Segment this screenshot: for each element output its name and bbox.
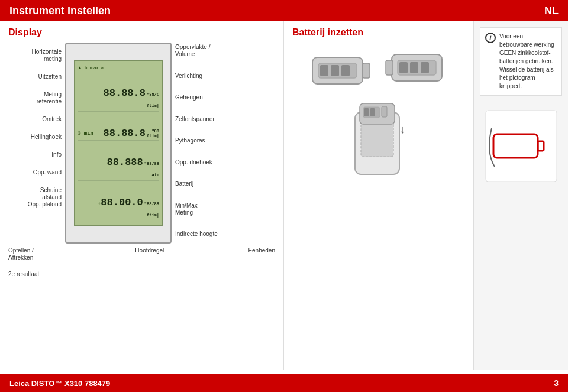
battery-row-1 bbox=[309, 48, 448, 90]
label-opp-driehoek: Opp. driehoek bbox=[175, 159, 258, 166]
battery-svg-2 bbox=[383, 48, 448, 90]
bottom-labels: Optellen /Aftrekken 2e resultaat Hoofdre… bbox=[8, 247, 275, 278]
svg-rect-5 bbox=[341, 65, 350, 76]
label-pythagoras: Pythagoras bbox=[175, 137, 258, 144]
footer: Leica DISTO™ X310 788479 3 bbox=[0, 374, 568, 392]
battery-images: ↓ bbox=[292, 44, 465, 180]
svg-rect-18 bbox=[370, 108, 375, 116]
device-battery-svg: ↓ bbox=[320, 101, 438, 177]
label-2e-resultaat: 2e resultaat bbox=[8, 271, 39, 278]
battery-empty-svg bbox=[483, 108, 560, 184]
lcd-row-4: +88.00.0"88/88ftim| bbox=[78, 196, 159, 221]
lcd-row-2: ⊙ min 88.88.8"88ftim| bbox=[78, 127, 159, 141]
lcd-row-3: 88.888"88/88aim bbox=[78, 155, 159, 181]
main-content: Display Horizontalemeting Uitzetten Meti… bbox=[0, 21, 568, 370]
header: Instrument Instellen NL bbox=[0, 0, 568, 21]
lcd-screen: ▲bmaxa 88.88.8"88/‰ftim| ⊙ min 88.88.8"8… bbox=[74, 60, 163, 226]
label-geheugen: Geheugen bbox=[175, 94, 258, 101]
svg-rect-20 bbox=[486, 111, 557, 182]
header-lang: NL bbox=[544, 5, 559, 17]
label-zelfontspanner: Zelfontspanner bbox=[175, 116, 258, 123]
label-hellinghoek: Hellinghoek bbox=[8, 134, 62, 141]
label-horizontale-meting: Horizontalemeting bbox=[8, 48, 62, 63]
footer-page: 3 bbox=[554, 378, 559, 388]
battery-section: Batterij inzetten bbox=[284, 21, 473, 370]
bottom-label-left: Optellen /Aftrekken 2e resultaat bbox=[8, 247, 39, 278]
left-panel: Display Horizontalemeting Uitzetten Meti… bbox=[0, 21, 284, 370]
labels-left: Horizontalemeting Uitzetten Metingrefere… bbox=[8, 43, 62, 244]
bottom-center: Hoofdregel bbox=[135, 247, 164, 278]
label-indirecte: Indirecte hoogte bbox=[175, 231, 258, 238]
display-area: Horizontalemeting Uitzetten Metingrefere… bbox=[8, 43, 275, 244]
label-verlichting: Verlichting bbox=[175, 73, 258, 80]
label-minmax: Min/MaxMeting bbox=[175, 202, 258, 216]
battery-illust-2 bbox=[383, 48, 448, 90]
svg-rect-11 bbox=[421, 62, 429, 73]
header-title: Instrument Instellen bbox=[9, 5, 111, 17]
svg-text:↓: ↓ bbox=[399, 122, 405, 135]
info-text: Voor een betrouwbare werking GEEN zinkko… bbox=[499, 33, 557, 90]
battery-row-2: ↓ bbox=[320, 101, 438, 180]
battery-illust-1 bbox=[309, 48, 375, 90]
svg-rect-15 bbox=[382, 106, 387, 117]
svg-rect-17 bbox=[364, 108, 369, 116]
svg-rect-10 bbox=[410, 62, 418, 73]
device-display: ▲bmaxa 88.88.8"88/‰ftim| ⊙ min 88.88.8"8… bbox=[65, 43, 172, 244]
label-oppervlakte: Oppervlakte /Volume bbox=[175, 44, 258, 58]
right-panel: Batterij inzetten bbox=[284, 21, 568, 370]
info-icon: i bbox=[485, 33, 496, 43]
battery-icon-container bbox=[480, 108, 562, 184]
label-opp-wand: Opp. wand bbox=[8, 169, 62, 176]
label-omtrek: Omtrek bbox=[8, 116, 62, 123]
bottom-right: Eenheden bbox=[248, 247, 275, 278]
display-section-title: Display bbox=[8, 27, 275, 38]
svg-rect-7 bbox=[386, 60, 393, 75]
label-optellen: Optellen /Aftrekken bbox=[8, 247, 39, 261]
svg-rect-1 bbox=[363, 63, 370, 78]
device-with-battery: ↓ bbox=[320, 101, 438, 180]
label-batterij: Batterij bbox=[175, 180, 258, 187]
label-hoofdregel: Hoofdregel bbox=[135, 247, 164, 254]
label-meting-referentie: Metingreferentie bbox=[8, 91, 62, 105]
battery-svg-1 bbox=[309, 48, 375, 90]
info-box: i Voor een betrouwbare werking GEEN zink… bbox=[473, 21, 568, 370]
label-schuine-afstand: SchuineafstandOpp. plafond bbox=[8, 187, 62, 208]
info-text-box: i Voor een betrouwbare werking GEEN zink… bbox=[480, 27, 562, 96]
svg-rect-13 bbox=[361, 121, 393, 157]
svg-rect-4 bbox=[331, 65, 339, 76]
label-eenheden: Eenheden bbox=[248, 247, 275, 254]
label-uitzetten: Uitzetten bbox=[8, 73, 62, 80]
svg-rect-3 bbox=[320, 65, 328, 76]
svg-rect-9 bbox=[399, 62, 408, 73]
label-info: Info bbox=[8, 151, 62, 158]
labels-right: Oppervlakte /Volume Verlichting Geheugen… bbox=[175, 43, 258, 244]
lcd-top-icons: ▲bmaxa bbox=[78, 65, 159, 70]
lcd-row-1: 88.88.8"88/‰ftim| bbox=[78, 86, 159, 112]
footer-brand: Leica DISTO™ X310 788479 bbox=[9, 379, 110, 388]
battery-section-title: Batterij inzetten bbox=[292, 27, 465, 38]
